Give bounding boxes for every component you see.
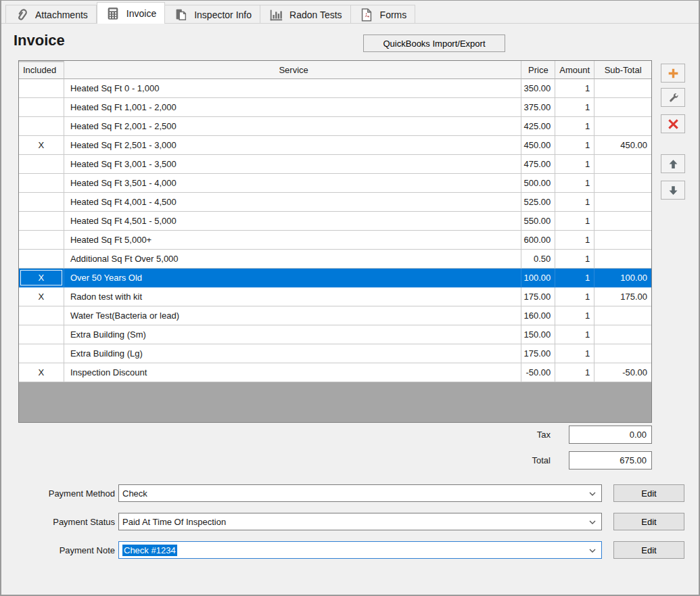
included-cell[interactable]: X [19,269,64,288]
subtotal-cell [594,79,651,98]
included-cell[interactable] [19,193,64,212]
tab-attachments[interactable]: Attachments [5,5,97,24]
subtotal-cell [594,231,651,250]
payment-note-value: Check #1234 [122,545,177,556]
arrow-up-icon [668,158,679,170]
table-row[interactable]: X Over 50 Years Old 100.00 1 100.00 [19,269,651,288]
amount-cell: 1 [555,212,594,231]
service-cell: Extra Building (Sm) [64,325,521,344]
subtotal-cell: -50.00 [594,363,651,382]
tab-forms[interactable]: Forms [351,5,416,24]
move-down-button[interactable] [661,181,685,200]
table-row[interactable]: Additional Sq Ft Over 5,000 0.50 1 [19,250,651,269]
payment-method-combobox[interactable]: Check [118,484,602,502]
subtotal-cell [594,174,651,193]
included-cell[interactable]: X [19,363,64,382]
column-header-amount[interactable]: Amount [555,61,594,79]
amount-cell: 1 [555,250,594,269]
quickbooks-import-export-button[interactable]: QuickBooks Import/Export [363,35,505,52]
table-empty-area [19,382,651,422]
table-row[interactable]: Heated Sq Ft 4,001 - 4,500 525.00 1 [19,193,651,212]
chevron-down-icon [588,547,597,555]
price-cell: 175.00 [521,288,555,306]
subtotal-cell: 100.00 [594,269,651,288]
included-cell[interactable] [19,155,64,174]
column-header-included[interactable]: Included [19,61,64,79]
payment-note-label: Payment Note [22,545,115,555]
table-row[interactable]: X Radon test with kit 175.00 1 175.00 [19,288,651,306]
tab-inspector-info[interactable]: Inspector Info [165,5,260,24]
payment-status-value: Paid At Time Of Inspection [122,517,226,527]
column-header-price[interactable]: Price [521,61,555,79]
included-cell[interactable] [19,79,64,98]
payment-method-edit-button[interactable]: Edit [613,484,684,502]
table-row[interactable]: Heated Sq Ft 2,001 - 2,500 425.00 1 [19,117,651,136]
included-cell[interactable] [19,325,64,344]
tab-label: Forms [380,9,407,20]
payment-note-combobox[interactable]: Check #1234 [118,541,602,559]
included-cell[interactable] [19,174,64,193]
service-cell: Heated Sq Ft 2,501 - 3,000 [64,136,521,155]
included-cell[interactable] [19,344,64,363]
table-row[interactable]: Heated Sq Ft 3,001 - 3,500 475.00 1 [19,155,651,174]
subtotal-cell: 450.00 [594,136,651,155]
included-cell[interactable] [19,306,64,325]
page-title: Invoice [14,32,65,49]
service-cell: Radon test with kit [64,288,521,306]
column-header-subtotal[interactable]: Sub-Total [594,61,651,79]
table-row[interactable]: Heated Sq Ft 5,000+ 600.00 1 [19,231,651,250]
payment-status-combobox[interactable]: Paid At Time Of Inspection [118,513,602,530]
table-row[interactable]: Heated Sq Ft 3,501 - 4,000 500.00 1 [19,174,651,193]
table-body: Heated Sq Ft 0 - 1,000 350.00 1 Heated S… [19,79,651,382]
subtotal-cell [594,250,651,269]
table-header-row: Included Service Price Amount Sub-Total [19,61,651,79]
table-row[interactable]: Heated Sq Ft 4,501 - 5,000 550.00 1 [19,212,651,231]
tab-label: Inspector Info [194,9,252,20]
included-cell[interactable] [19,98,64,117]
included-cell[interactable] [19,250,64,269]
payment-method-label: Payment Method [22,488,115,499]
included-cell[interactable] [19,212,64,231]
tab-invoice[interactable]: Invoice [97,2,165,24]
column-header-service[interactable]: Service [64,61,521,79]
tab-label: Radon Tests [289,9,342,20]
table-row[interactable]: Heated Sq Ft 0 - 1,000 350.00 1 [19,79,651,98]
payment-status-edit-button[interactable]: Edit [613,513,684,530]
amount-cell: 1 [555,117,594,136]
price-cell: 175.00 [521,344,555,363]
amount-cell: 1 [555,344,594,363]
table-row[interactable]: Extra Building (Lg) 175.00 1 [19,344,651,363]
chevron-down-icon [588,490,597,498]
service-cell: Water Test(Bacteria or lead) [64,306,521,325]
included-cell[interactable] [19,117,64,136]
table-row[interactable]: Water Test(Bacteria or lead) 160.00 1 [19,306,651,325]
pdf-icon [359,7,374,22]
table-row[interactable]: Extra Building (Sm) 150.00 1 [19,325,651,344]
service-cell: Heated Sq Ft 3,001 - 3,500 [64,155,521,174]
service-cell: Heated Sq Ft 2,001 - 2,500 [64,117,521,136]
table-row[interactable]: X Heated Sq Ft 2,501 - 3,000 450.00 1 45… [19,136,651,155]
subtotal-cell [594,193,651,212]
tax-label: Tax [483,430,551,440]
tools-button[interactable] [661,88,685,107]
price-cell: 375.00 [521,98,555,117]
payment-note-edit-button[interactable]: Edit [613,541,684,559]
calculator-icon [106,6,120,21]
tab-label: Invoice [126,8,156,19]
paperclip-icon [14,7,29,22]
price-cell: 550.00 [521,212,555,231]
tab-radon-tests[interactable]: Radon Tests [260,5,351,24]
table-row[interactable]: X Inspection Discount -50.00 1 -50.00 [19,363,651,382]
included-cell[interactable]: X [19,136,64,155]
delete-row-button[interactable] [661,114,685,133]
tax-field[interactable]: 0.00 [569,426,652,444]
payment-method-value: Check [122,488,147,499]
included-cell[interactable]: X [19,288,64,306]
add-row-button[interactable] [661,64,685,83]
move-up-button[interactable] [661,154,685,173]
included-cell[interactable] [19,231,64,250]
services-table: Included Service Price Amount Sub-Total … [18,60,652,423]
total-field[interactable]: 675.00 [569,451,652,469]
price-cell: 425.00 [521,117,555,136]
table-row[interactable]: Heated Sq Ft 1,001 - 2,000 375.00 1 [19,98,651,117]
